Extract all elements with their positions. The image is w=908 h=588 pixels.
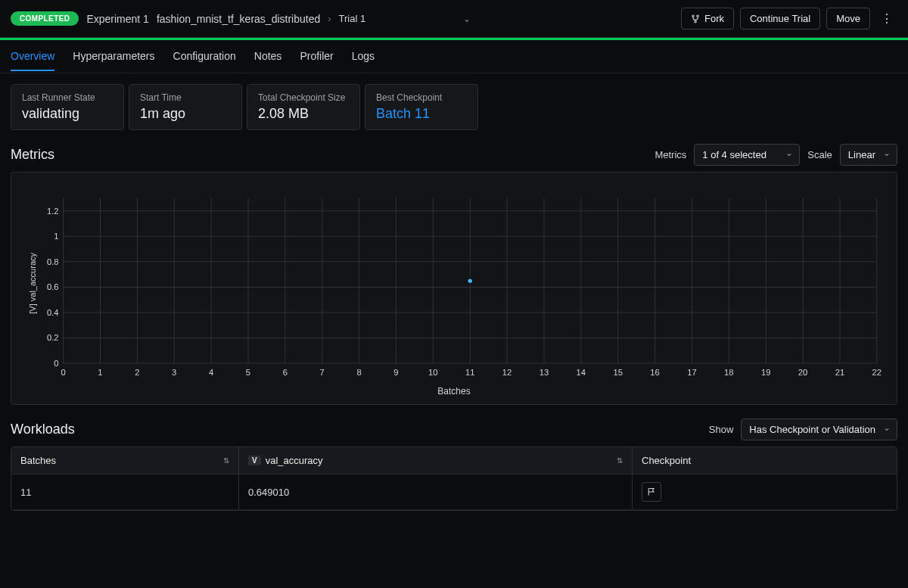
svg-text:0: 0 (54, 359, 58, 368)
workloads-section-head: Workloads Show Has Checkpoint or Validat… (0, 415, 908, 446)
workloads-filter-select[interactable]: Has Checkpoint or Validation (741, 418, 897, 440)
svg-text:3: 3 (172, 368, 176, 377)
scale-select[interactable]: Linear (840, 144, 897, 166)
card-label: Total Checkpoint Size (258, 92, 349, 103)
metrics-chart: [V] val_accuracy 01234567891011121314151… (11, 172, 897, 405)
status-badge: COMPLETED (11, 11, 79, 26)
workloads-show-label: Show (709, 424, 734, 435)
svg-text:15: 15 (613, 368, 622, 377)
sort-icon: ⇅ (617, 456, 623, 465)
metrics-select[interactable]: 1 of 4 selected (694, 144, 800, 166)
card-best-checkpoint: Best Checkpoint Batch 11 (365, 84, 478, 130)
svg-text:10: 10 (428, 368, 437, 377)
metrics-section-head: Metrics Metrics 1 of 4 selected Scale Li… (0, 141, 908, 172)
col-metric[interactable]: V val_accuracy ⇅ (238, 447, 632, 474)
svg-text:0: 0 (61, 368, 66, 377)
card-value: validating (22, 106, 113, 122)
trial-label: Trial 1 (339, 13, 366, 24)
topbar: COMPLETED Experiment 1 fashion_mnist_tf_… (0, 0, 908, 38)
svg-text:0.6: 0.6 (47, 282, 59, 291)
tab-overview[interactable]: Overview (11, 42, 54, 71)
sort-icon: ⇅ (223, 456, 229, 465)
svg-text:2: 2 (135, 368, 139, 377)
experiment-number[interactable]: Experiment 1 (86, 13, 148, 25)
col-metric-label: val_accuracy (266, 455, 323, 466)
svg-text:1: 1 (98, 368, 102, 377)
svg-text:14: 14 (577, 368, 586, 377)
svg-point-1 (697, 15, 698, 17)
svg-text:1.2: 1.2 (47, 207, 59, 216)
card-checkpoint-size: Total Checkpoint Size 2.08 MB (247, 84, 360, 130)
svg-text:16: 16 (650, 368, 659, 377)
checkpoint-flag-button[interactable] (642, 482, 661, 502)
svg-point-0 (692, 15, 694, 17)
metric-source-tag: V (248, 456, 261, 465)
chart-y-axis-label: [V] val_accuracy (23, 253, 37, 314)
more-menu-icon[interactable]: ⋮ (876, 7, 897, 30)
col-checkpoint-label: Checkpoint (642, 455, 691, 466)
chart-plot-area[interactable]: 01234567891011121314151617181920212200.2… (37, 185, 885, 381)
tab-configuration[interactable]: Configuration (173, 42, 236, 71)
svg-text:4: 4 (209, 368, 213, 377)
metrics-title: Metrics (11, 147, 54, 163)
table-header: Batches ⇅ V val_accuracy ⇅ Checkpoint (11, 447, 897, 474)
card-label: Last Runner State (22, 92, 113, 103)
col-batches[interactable]: Batches ⇅ (11, 447, 238, 474)
workloads-table: Batches ⇅ V val_accuracy ⇅ Checkpoint 11… (11, 446, 897, 511)
chevron-down-icon[interactable]: ⌄ (457, 11, 477, 27)
breadcrumb-separator: › (328, 13, 331, 24)
col-batches-label: Batches (20, 455, 56, 466)
info-cards: Last Runner State validating Start Time … (0, 73, 908, 141)
card-value: 1m ago (140, 106, 231, 122)
svg-text:0.8: 0.8 (47, 257, 59, 266)
svg-text:7: 7 (320, 368, 325, 377)
tab-hyperparameters[interactable]: Hyperparameters (73, 42, 154, 71)
card-label: Start Time (140, 92, 231, 103)
best-checkpoint-link[interactable]: Batch 11 (376, 106, 467, 122)
svg-text:1: 1 (54, 232, 58, 241)
svg-text:11: 11 (465, 368, 474, 377)
svg-text:20: 20 (798, 368, 807, 377)
workloads-title: Workloads (11, 422, 75, 437)
svg-text:21: 21 (835, 368, 844, 377)
svg-text:0.2: 0.2 (47, 334, 59, 343)
continue-trial-button[interactable]: Continue Trial (740, 8, 820, 30)
card-value: 2.08 MB (258, 106, 349, 122)
svg-text:0.4: 0.4 (47, 308, 59, 317)
svg-text:18: 18 (724, 368, 733, 377)
svg-text:12: 12 (502, 368, 512, 377)
action-bar: Fork Continue Trial Move ⋮ (681, 7, 897, 30)
svg-text:19: 19 (761, 368, 770, 377)
fork-button-label: Fork (704, 13, 724, 24)
card-last-runner-state: Last Runner State validating (11, 84, 124, 130)
move-button[interactable]: Move (826, 8, 870, 30)
svg-text:13: 13 (540, 368, 549, 377)
card-label: Best Checkpoint (376, 92, 467, 103)
svg-point-2 (695, 20, 696, 22)
cell-val-accuracy: 0.649010 (238, 474, 632, 509)
metrics-selector-label: Metrics (655, 149, 686, 160)
fork-icon (691, 14, 700, 23)
table-row[interactable]: 110.649010 (11, 474, 897, 510)
scale-label: Scale (807, 149, 832, 160)
chart-x-axis-label: Batches (23, 386, 885, 397)
svg-text:8: 8 (356, 368, 361, 377)
breadcrumb: Experiment 1 fashion_mnist_tf_keras_dist… (86, 13, 365, 25)
experiment-name[interactable]: fashion_mnist_tf_keras_distributed (157, 13, 320, 25)
cell-checkpoint (632, 474, 897, 509)
svg-text:6: 6 (283, 368, 288, 377)
tab-notes[interactable]: Notes (254, 42, 282, 71)
svg-text:9: 9 (393, 368, 398, 377)
cell-batches: 11 (11, 474, 238, 509)
svg-text:17: 17 (687, 368, 696, 377)
col-checkpoint: Checkpoint (632, 447, 897, 474)
svg-text:22: 22 (872, 368, 882, 377)
svg-point-63 (468, 278, 473, 284)
card-start-time: Start Time 1m ago (129, 84, 242, 130)
tabs: OverviewHyperparametersConfigurationNote… (0, 40, 908, 73)
tab-logs[interactable]: Logs (352, 42, 375, 71)
svg-text:5: 5 (246, 368, 250, 377)
tab-profiler[interactable]: Profiler (300, 42, 333, 71)
fork-button[interactable]: Fork (681, 8, 734, 30)
